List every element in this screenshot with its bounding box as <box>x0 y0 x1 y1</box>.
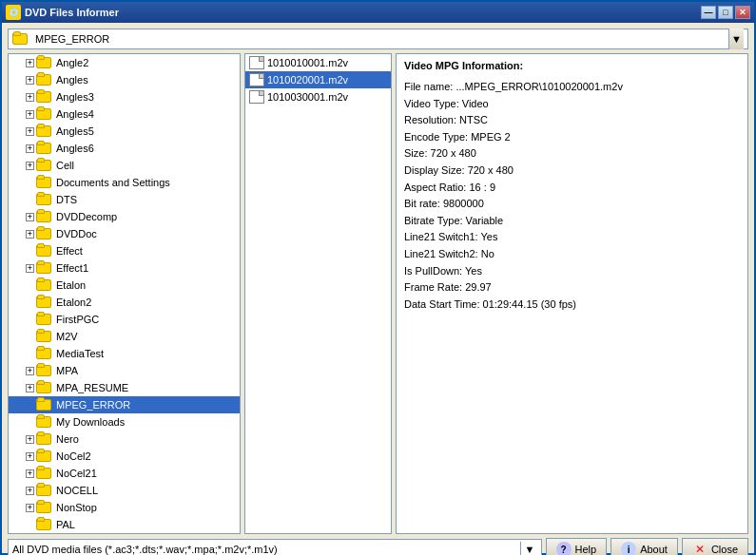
tree-item-mpa_resume[interactable]: +MPA_RESUME <box>9 379 240 396</box>
file-label-file2: 1010020001.m2v <box>267 74 348 86</box>
tree-item-effect1[interactable]: +Effect1 <box>9 259 240 277</box>
folder-icon-dts <box>36 194 51 205</box>
tree-item-angles4[interactable]: +Angles4 <box>9 105 240 123</box>
tree-expand-mpa_resume[interactable]: + <box>26 384 34 392</box>
window-close-button[interactable]: ✕ <box>735 6 750 19</box>
tree-expand-effect1[interactable]: + <box>26 264 34 273</box>
tree-expand-angles[interactable]: + <box>26 76 34 85</box>
tree-label-effect1: Effect1 <box>56 262 88 274</box>
file-list-item-file3[interactable]: 1010030001.m2v <box>245 88 391 105</box>
tree-label-angles: Angles <box>56 74 88 86</box>
tree-item-mediatest[interactable]: MediaTest <box>9 345 240 362</box>
tree-expand-angle2[interactable]: + <box>26 59 34 67</box>
tree-item-angle2[interactable]: +Angle2 <box>9 54 240 71</box>
tree-expand-cell[interactable]: + <box>26 162 34 170</box>
folder-icon-nero <box>36 433 51 445</box>
folder-icon-etalon <box>36 279 51 291</box>
tree-item-my_downloads[interactable]: My Downloads <box>9 413 240 431</box>
folder-icon-pal <box>36 519 51 530</box>
tree-item-dts[interactable]: DTS <box>9 191 240 208</box>
tree-item-nocel21[interactable]: +NoCel21 <box>9 465 240 482</box>
info-line-datastarttime: Data Start Time: 01:29:44.15 (30 fps) <box>404 297 740 314</box>
tree-item-etalon[interactable]: Etalon <box>9 277 240 294</box>
tree-label-mpeg_error: MPEG_ERROR <box>56 399 130 411</box>
folder-icon-angles3 <box>36 91 51 103</box>
file-list-item-file1[interactable]: 1010010001.m2v <box>245 54 391 71</box>
tree-label-angles4: Angles4 <box>56 108 94 120</box>
file-list-scroll[interactable]: 1010010001.m2v1010020001.m2v1010030001.m… <box>245 54 391 533</box>
tree-label-nocell: NOCELL <box>56 485 98 496</box>
tree-item-mpa[interactable]: +MPA <box>9 362 240 379</box>
file-tree-scroll[interactable]: +Angle2+Angles+Angles3+Angles4+Angles5+A… <box>9 54 240 533</box>
tree-expand-nocel2[interactable]: + <box>26 452 34 461</box>
tree-item-angles6[interactable]: +Angles6 <box>9 140 240 157</box>
maximize-button[interactable]: □ <box>718 6 733 19</box>
about-button[interactable]: i About <box>611 538 678 555</box>
tree-expand-nocell[interactable]: + <box>26 487 34 495</box>
info-line-line21sw2: Line21 Switch2: No <box>404 246 740 263</box>
tree-item-nero[interactable]: +Nero <box>9 431 240 448</box>
tree-item-m2v[interactable]: M2V <box>9 328 240 345</box>
file-label-file1: 1010010001.m2v <box>267 57 348 68</box>
tree-label-dvddoc: DVDDoc <box>56 228 97 239</box>
folder-icon-effect <box>36 245 51 257</box>
tree-item-dvddecomp[interactable]: +DVDDecomp <box>9 208 240 225</box>
tree-item-documents[interactable]: Documents and Settings <box>9 174 240 191</box>
tree-item-nonstop[interactable]: +NonStop <box>9 499 240 516</box>
folder-icon-mpa_resume <box>36 382 51 393</box>
window-controls: — □ ✕ <box>701 6 750 19</box>
help-button-label: Help <box>575 544 597 555</box>
folder-icon-etalon2 <box>36 297 51 308</box>
tree-expand-angles3[interactable]: + <box>26 93 34 102</box>
folder-dropdown[interactable]: MPEG_ERROR ▼ <box>8 29 748 49</box>
tree-item-firstpgc[interactable]: FirstPGC <box>9 311 240 328</box>
tree-item-angles[interactable]: +Angles <box>9 71 240 88</box>
tree-item-cell[interactable]: +Cell <box>9 157 240 174</box>
tree-item-angles5[interactable]: +Angles5 <box>9 123 240 140</box>
tree-label-m2v: M2V <box>56 331 78 342</box>
folder-icon-mediatest <box>36 348 51 359</box>
tree-item-etalon2[interactable]: Etalon2 <box>9 294 240 311</box>
tree-label-angle2: Angle2 <box>56 57 88 68</box>
tree-expand-nocel21[interactable]: + <box>26 469 34 478</box>
tree-item-effect[interactable]: Effect <box>9 242 240 259</box>
tree-item-dvddoc[interactable]: +DVDDoc <box>9 225 240 242</box>
close-button[interactable]: ✕ Close <box>682 538 748 555</box>
tree-expand-nero[interactable]: + <box>26 435 34 444</box>
tree-expand-angles6[interactable]: + <box>26 144 34 153</box>
bottom-dropdown[interactable]: All DVD media files (*.ac3;*.dts;*.wav;*… <box>8 539 542 555</box>
tree-item-mpeg_error[interactable]: MPEG_ERROR <box>9 396 240 413</box>
tree-item-nocell[interactable]: +NOCELL <box>9 482 240 499</box>
about-button-label: About <box>640 544 668 555</box>
tree-expand-mpa[interactable]: + <box>26 367 34 375</box>
folder-icon-angles <box>36 74 51 86</box>
info-line-bitrate: Bit rate: 9800000 <box>404 196 740 213</box>
folder-icon-dvddoc <box>36 228 51 239</box>
tree-label-nonstop: NonStop <box>56 502 97 513</box>
tree-item-angles3[interactable]: +Angles3 <box>9 88 240 105</box>
tree-expand-nonstop[interactable]: + <box>26 504 34 512</box>
folder-icon-nonstop <box>36 502 51 513</box>
tree-label-mpa: MPA <box>56 365 78 376</box>
file-list-item-file2[interactable]: 1010020001.m2v <box>245 71 391 88</box>
close-button-label: Close <box>711 544 738 555</box>
tree-expand-dvddecomp[interactable]: + <box>26 213 34 221</box>
window-title: DVD Files Informer <box>25 7 701 18</box>
minimize-button[interactable]: — <box>701 6 716 19</box>
tree-item-nocel2[interactable]: +NoCel2 <box>9 448 240 465</box>
info-line-encodetype: Encode Type: MPEG 2 <box>404 129 740 146</box>
folder-icon-nocel2 <box>36 450 51 462</box>
tree-expand-angles4[interactable]: + <box>26 110 34 119</box>
folder-icon-cell <box>36 160 51 171</box>
folder-icon-angles5 <box>36 125 51 137</box>
tree-expand-dvddoc[interactable]: + <box>26 230 34 239</box>
info-line-ispulldown: Is PullDown: Yes <box>404 263 740 280</box>
info-line-videotype: Video Type: Video <box>404 96 740 113</box>
tree-item-pal[interactable]: PAL <box>9 516 240 533</box>
tree-expand-angles5[interactable]: + <box>26 127 34 136</box>
folder-icon-angles6 <box>36 143 51 154</box>
bottom-dropdown-arrow: ▼ <box>520 542 537 555</box>
tree-label-etalon2: Etalon2 <box>56 297 91 308</box>
help-button[interactable]: ? Help <box>546 538 608 555</box>
tree-label-mediatest: MediaTest <box>56 348 104 359</box>
